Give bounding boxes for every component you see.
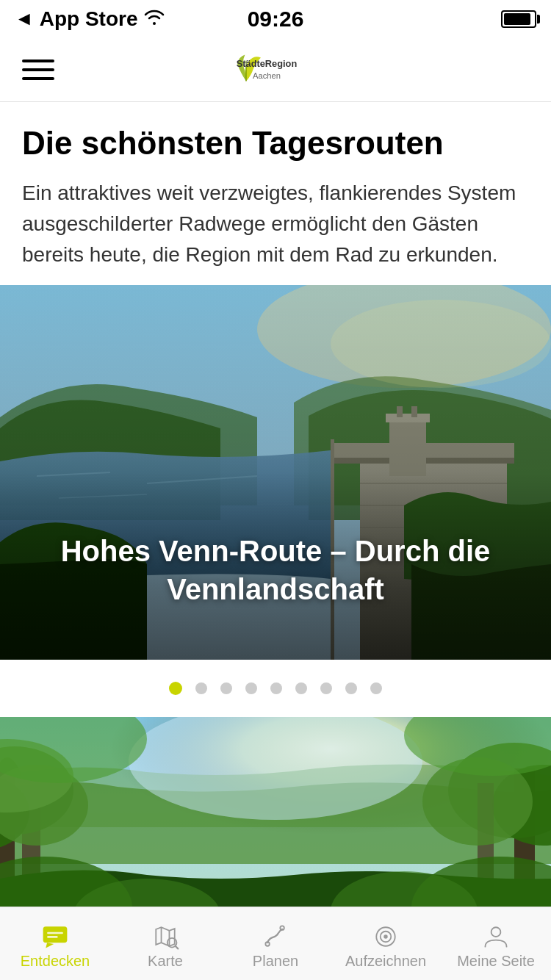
page-title-section: Die schönsten Tagesrouten Ein attraktive… [0,102,551,285]
svg-rect-42 [43,926,68,943]
page-description: Ein attraktives weit verzweigtes, flanki… [22,178,529,270]
status-left: ◄ App Store [15,7,165,31]
page-title: Die schönsten Tagesrouten [22,124,529,163]
svg-text:StädteRegion: StädteRegion [237,58,298,69]
wifi-icon [144,9,165,29]
tab-entdecken-label: Entdecken [21,953,90,970]
svg-point-21 [331,300,551,388]
carousel-dot-5[interactable] [270,682,282,694]
battery-icon [501,10,536,28]
svg-point-49 [265,942,269,945]
tab-entdecken[interactable]: Entdecken [0,907,110,980]
tab-planen-label: Planen [253,953,298,970]
tab-aufzeichnen-label: Aufzeichnen [345,953,426,970]
status-right [501,10,536,28]
carousel-dot-9[interactable] [370,682,382,694]
svg-text:Aachen: Aachen [253,71,281,80]
carousel-dot-8[interactable] [345,682,357,694]
logo[interactable]: StädteRegion Aachen [211,48,328,92]
svg-point-54 [491,927,501,937]
carousel-dot-2[interactable] [195,682,207,694]
carousel[interactable]: Hohes Venn-Route – Durch die Vennlandsch… [0,285,551,660]
svg-line-48 [176,946,179,949]
menu-button[interactable] [22,60,54,80]
carousel-slide: Hohes Venn-Route – Durch die Vennlandsch… [0,285,551,660]
tab-planen[interactable]: Planen [220,907,331,980]
carousel-dot-7[interactable] [320,682,332,694]
nav-bar: StädteRegion Aachen [0,37,551,102]
carousel-dot-4[interactable] [245,682,257,694]
second-image [0,717,551,907]
carousel-dot-3[interactable] [220,682,232,694]
tab-meine-seite-label: Meine Seite [457,953,535,970]
back-arrow-icon: ◄ [15,7,34,30]
tab-karte[interactable]: Karte [110,907,220,980]
status-bar: ◄ App Store 09:26 [0,0,551,37]
carousel-caption: Hohes Venn-Route – Durch die Vennlandsch… [0,532,551,608]
carousel-dot-1[interactable] [169,682,182,695]
tab-karte-label: Karte [148,953,183,970]
carousel-slide-title: Hohes Venn-Route – Durch die Vennlandsch… [29,532,522,608]
tab-aufzeichnen[interactable]: Aufzeichnen [331,907,441,980]
carrier-label: App Store [40,7,138,31]
svg-point-53 [383,934,387,938]
time-display: 09:26 [248,7,304,32]
carousel-dot-6[interactable] [295,682,307,694]
tab-meine-seite[interactable]: Meine Seite [441,907,551,980]
svg-point-50 [280,926,284,929]
carousel-dots [0,660,551,717]
svg-rect-43 [47,932,63,934]
content-area: Die schönsten Tagesrouten Ein attraktive… [0,102,551,907]
svg-rect-44 [47,936,58,938]
tab-bar: Entdecken Karte Planen [0,907,551,980]
